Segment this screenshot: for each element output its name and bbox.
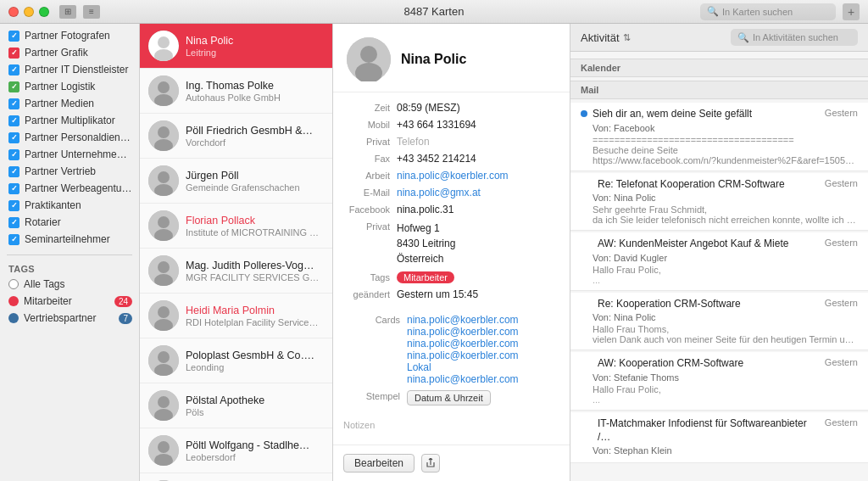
tags-section-header: Tags <box>0 259 139 276</box>
mail-date: Gestern <box>825 178 858 188</box>
sidebar-item-partner-medien[interactable]: ✓Partner Medien <box>0 95 139 112</box>
contact-item-poloplast[interactable]: Poloplast GesmbH & Co….Leonding <box>140 338 332 383</box>
sidebar-item-label: Partner Fotografen <box>25 30 110 42</box>
contact-item-florian-pollack[interactable]: Florian PollackInstitute of MICROTRAININ… <box>140 204 332 249</box>
svg-point-28 <box>158 441 170 453</box>
card-link[interactable]: nina.polic@koerbler.com <box>407 326 549 338</box>
contact-item-polytec-elastoform[interactable]: Polytec Elastoform Gmb…Marchtrenk <box>140 473 332 481</box>
sort-icon[interactable]: ⇅ <box>623 32 631 43</box>
tag-item-alle-tags[interactable]: Alle Tags <box>0 276 139 293</box>
field-value: +43 664 1331694 <box>397 119 559 131</box>
contact-item-poltl-wolfgang[interactable]: Pöltl Wolfgang - Stadlhe…Leobersdorf <box>140 428 332 473</box>
close-button[interactable] <box>8 7 19 17</box>
contact-name: Ing. Thomas Polke <box>186 80 324 92</box>
contact-item-heidi-polmin[interactable]: Heidi Maria PolminRDI Hotelplan Facility… <box>140 294 332 338</box>
sidebar-item-praktikanten[interactable]: ✓Praktikanten <box>0 197 139 214</box>
sidebar-checkbox: ✓ <box>8 234 19 245</box>
column-view-icon[interactable]: ≡ <box>83 5 100 19</box>
mail-preview1: Hallo Frau Thoms, <box>581 324 858 334</box>
sidebar-item-label: Partner Personaldien… <box>25 131 131 143</box>
mail-preview3: da ich Sie leider telefonisch nicht erre… <box>581 215 858 225</box>
card-link[interactable]: Lokal <box>407 361 549 373</box>
contact-sub: Gemeinde Grafenschachen <box>186 182 324 193</box>
contact-sub: Vorchdorf <box>186 137 324 148</box>
mail-item-mail1[interactable]: Sieh dir an, wem deine Seite gefälltGest… <box>570 103 868 171</box>
card-link[interactable]: nina.polic@koerbler.com <box>407 373 549 385</box>
mail-item-mail2[interactable]: Re: Telefonat Kooperation CRM-SoftwareGe… <box>570 173 868 232</box>
mail-subject: AW: Kooperation CRM-Software <box>598 357 820 371</box>
mail-item-header: Sieh dir an, wem deine Seite gefälltGest… <box>581 108 858 121</box>
sidebar-item-partner-multiplikator[interactable]: ✓Partner Multiplikator <box>0 112 139 129</box>
contact-avatar <box>148 345 179 376</box>
add-button[interactable]: + <box>843 3 860 20</box>
contact-name: Pölstal Apotheke <box>186 394 324 406</box>
mail-item-mail4[interactable]: Re: Kooperation CRM-SoftwareGesternVon: … <box>570 293 868 351</box>
mail-subject: Re: Kooperation CRM-Software <box>598 298 820 311</box>
sidebar-checkbox: ✓ <box>8 115 19 126</box>
contact-avatar <box>148 300 179 331</box>
contact-item-judith-polleres[interactable]: Mag. Judith Polleres-Vog…MGR FACILITY SE… <box>140 249 332 294</box>
share-button[interactable] <box>421 454 440 473</box>
maximize-button[interactable] <box>39 7 49 17</box>
contact-item-thomas-polke[interactable]: Ing. Thomas PolkeAutohaus Polke GmbH <box>140 69 332 114</box>
sidebar-item-partner-fotografen[interactable]: ✓Partner Fotografen <box>0 27 139 44</box>
mail-subject: AW: KundenMeister Angebot Kauf & Miete <box>598 238 820 251</box>
tag-item-vertriebspartner[interactable]: Vertriebspartner7 <box>0 310 139 327</box>
calendar-section-header: Kalender <box>570 59 868 77</box>
field-row: PrivatHofweg 1 8430 Leitring Österreich <box>333 218 570 269</box>
sidebar-item-rotarier[interactable]: ✓Rotarier <box>0 214 139 231</box>
card-link[interactable]: nina.polic@koerbler.com <box>407 350 549 361</box>
field-value[interactable]: nina.polic@koerbler.com <box>397 170 559 182</box>
field-value[interactable]: nina.polic@gmx.at <box>397 187 559 199</box>
tag-item-mitarbeiter[interactable]: Mitarbeiter24 <box>0 293 139 310</box>
svg-point-16 <box>158 261 170 273</box>
contact-item-jurgen-pöll[interactable]: Jürgen PöllGemeinde Grafenschachen <box>140 159 332 204</box>
sidebar-item-label: Partner Werbeagentu… <box>25 182 132 194</box>
field-value: Gestern um 15:45 <box>397 288 559 300</box>
field-label: Facebook <box>343 204 390 215</box>
contact-item-pölstal-apotheke[interactable]: Pölstal ApothekePöls <box>140 383 332 428</box>
svg-point-22 <box>158 351 170 363</box>
contact-name: Nina Polic <box>186 35 324 47</box>
contact-sub: Pöls <box>186 407 324 417</box>
global-search[interactable]: 🔍 In Karten suchen <box>700 3 836 20</box>
field-row: TagsMitarbeiter <box>333 269 570 286</box>
tag-badge: Mitarbeiter <box>397 271 454 283</box>
card-link[interactable]: nina.polic@koerbler.com <box>407 314 549 326</box>
tag-label: Mitarbeiter <box>24 295 109 307</box>
stempel-button[interactable]: Datum & Uhrzeit <box>407 390 491 405</box>
sidebar-item-label: Partner IT Dienstleister <box>25 64 129 76</box>
sidebar-item-partner-personal[interactable]: ✓Partner Personaldien… <box>0 129 139 146</box>
sidebar-item-partner-unternehmen[interactable]: ✓Partner Unternehme… <box>0 146 139 163</box>
mail-item-mail6[interactable]: IT-Matchmaker Infodienst für Softwareanb… <box>570 412 868 463</box>
sidebar-item-label: Partner Vertrieb <box>25 165 96 177</box>
contact-avatar <box>148 255 179 286</box>
contact-item-nina-polic[interactable]: Nina PolicLeitring <box>140 24 332 69</box>
tag-dot <box>8 296 19 306</box>
contact-item-poll-friedrich[interactable]: Pöll Friedrich GesmbH &…Vorchdorf <box>140 114 332 159</box>
sidebar-item-partner-grafik[interactable]: ✓Partner Grafik <box>0 44 139 61</box>
minimize-button[interactable] <box>24 7 34 17</box>
activity-title: Aktivität ⇅ <box>581 31 631 44</box>
svg-point-10 <box>158 171 170 183</box>
groups-section: ✓Partner Fotografen✓Partner Grafik✓Partn… <box>0 24 139 251</box>
list-view-icon[interactable]: ⊞ <box>59 5 76 19</box>
activity-scroll[interactable]: Kalender Mail Sieh dir an, wem deine Sei… <box>570 52 868 481</box>
bearbeiten-button[interactable]: Bearbeiten <box>343 454 415 473</box>
contact-avatar <box>148 165 179 196</box>
mail-list: Sieh dir an, wem deine Seite gefälltGest… <box>570 103 868 463</box>
main-layout: ✓Partner Fotografen✓Partner Grafik✓Partn… <box>0 24 868 481</box>
activity-search[interactable]: 🔍 In Aktivitäten suchen <box>731 29 858 46</box>
mail-item-mail3[interactable]: AW: KundenMeister Angebot Kauf & MieteGe… <box>570 232 868 291</box>
contact-info: Mag. Judith Polleres-Vog…MGR FACILITY SE… <box>186 260 324 282</box>
sidebar-item-partner-vertrieb[interactable]: ✓Partner Vertrieb <box>0 163 139 180</box>
sidebar-item-seminarteilnehmer[interactable]: ✓Seminarteilnehmer <box>0 231 139 248</box>
mail-item-mail5[interactable]: AW: Kooperation CRM-SoftwareGesternVon: … <box>570 352 868 411</box>
sidebar-item-label: Seminarteilnehmer <box>25 233 110 245</box>
sidebar-item-label: Rotarier <box>25 216 61 228</box>
sidebar-item-partner-werbung[interactable]: ✓Partner Werbeagentu… <box>0 180 139 197</box>
card-link[interactable]: nina.polic@koerbler.com <box>407 338 549 350</box>
sidebar-item-partner-it[interactable]: ✓Partner IT Dienstleister <box>0 61 139 78</box>
activity-search-placeholder: In Aktivitäten suchen <box>753 32 838 42</box>
sidebar-item-partner-logistik[interactable]: ✓Partner Logistik <box>0 78 139 95</box>
